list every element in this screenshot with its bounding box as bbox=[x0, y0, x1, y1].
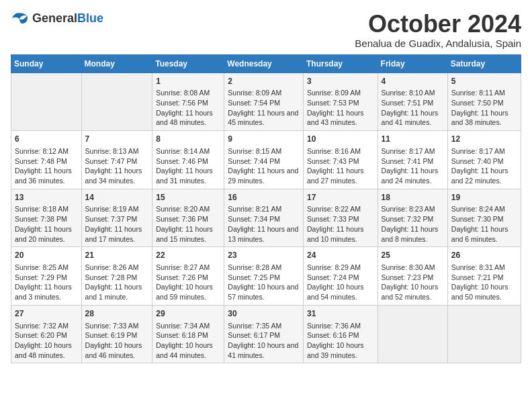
day-number: 16 bbox=[228, 192, 300, 203]
day-info: Sunrise: 8:24 AM Sunset: 7:30 PM Dayligh… bbox=[451, 204, 517, 244]
day-number: 23 bbox=[228, 250, 300, 261]
day-info: Sunrise: 8:22 AM Sunset: 7:33 PM Dayligh… bbox=[307, 204, 374, 244]
day-info: Sunrise: 8:25 AM Sunset: 7:29 PM Dayligh… bbox=[15, 263, 78, 302]
day-info: Sunrise: 8:09 AM Sunset: 7:54 PM Dayligh… bbox=[228, 88, 300, 128]
day-info: Sunrise: 8:19 AM Sunset: 7:37 PM Dayligh… bbox=[85, 204, 149, 244]
calendar-cell: 15Sunrise: 8:20 AM Sunset: 7:36 PM Dayli… bbox=[152, 189, 224, 247]
calendar-week-5: 27Sunrise: 7:32 AM Sunset: 6:20 PM Dayli… bbox=[11, 305, 521, 363]
day-number: 17 bbox=[307, 192, 374, 203]
calendar-cell: 19Sunrise: 8:24 AM Sunset: 7:30 PM Dayli… bbox=[447, 189, 521, 247]
calendar-cell: 1Sunrise: 8:08 AM Sunset: 7:56 PM Daylig… bbox=[152, 73, 224, 131]
day-number: 25 bbox=[382, 250, 444, 261]
calendar-cell bbox=[447, 305, 521, 363]
logo-general: General bbox=[32, 11, 77, 25]
day-info: Sunrise: 8:17 AM Sunset: 7:40 PM Dayligh… bbox=[451, 146, 517, 186]
day-info: Sunrise: 8:21 AM Sunset: 7:34 PM Dayligh… bbox=[228, 204, 300, 244]
calendar-table: SundayMondayTuesdayWednesdayThursdayFrid… bbox=[11, 54, 521, 364]
day-info: Sunrise: 7:34 AM Sunset: 6:18 PM Dayligh… bbox=[156, 321, 220, 361]
day-info: Sunrise: 8:13 AM Sunset: 7:47 PM Dayligh… bbox=[85, 146, 149, 186]
calendar-cell: 24Sunrise: 8:29 AM Sunset: 7:24 PM Dayli… bbox=[303, 247, 378, 306]
day-number: 18 bbox=[382, 192, 444, 203]
day-info: Sunrise: 8:10 AM Sunset: 7:51 PM Dayligh… bbox=[382, 88, 444, 128]
calendar-cell: 3Sunrise: 8:09 AM Sunset: 7:53 PM Daylig… bbox=[303, 73, 378, 131]
calendar-cell: 13Sunrise: 8:18 AM Sunset: 7:38 PM Dayli… bbox=[11, 189, 82, 247]
calendar-cell: 16Sunrise: 8:21 AM Sunset: 7:34 PM Dayli… bbox=[224, 189, 304, 247]
logo-bird-icon bbox=[11, 11, 30, 26]
calendar-cell: 31Sunrise: 7:36 AM Sunset: 6:16 PM Dayli… bbox=[303, 305, 378, 363]
calendar-cell: 27Sunrise: 7:32 AM Sunset: 6:20 PM Dayli… bbox=[11, 305, 82, 363]
day-info: Sunrise: 7:35 AM Sunset: 6:17 PM Dayligh… bbox=[228, 321, 300, 361]
day-number: 24 bbox=[307, 250, 374, 261]
logo-text: GeneralBlue bbox=[32, 11, 103, 26]
day-info: Sunrise: 8:11 AM Sunset: 7:50 PM Dayligh… bbox=[451, 88, 517, 128]
calendar-cell: 12Sunrise: 8:17 AM Sunset: 7:40 PM Dayli… bbox=[447, 131, 521, 189]
day-info: Sunrise: 8:09 AM Sunset: 7:53 PM Dayligh… bbox=[307, 88, 374, 128]
day-number: 20 bbox=[15, 250, 78, 261]
day-number: 13 bbox=[15, 192, 78, 203]
day-number: 4 bbox=[382, 76, 444, 87]
header-thursday: Thursday bbox=[303, 54, 378, 73]
header-friday: Friday bbox=[378, 54, 447, 73]
day-info: Sunrise: 8:28 AM Sunset: 7:25 PM Dayligh… bbox=[228, 263, 300, 302]
calendar-cell bbox=[81, 73, 152, 131]
day-number: 14 bbox=[85, 192, 149, 203]
day-number: 3 bbox=[307, 76, 374, 87]
calendar-cell: 26Sunrise: 8:31 AM Sunset: 7:21 PM Dayli… bbox=[447, 247, 521, 306]
day-info: Sunrise: 8:14 AM Sunset: 7:46 PM Dayligh… bbox=[156, 146, 220, 186]
title-block: October 2024 Benalua de Guadix, Andalusi… bbox=[355, 11, 521, 49]
day-number: 22 bbox=[156, 250, 220, 261]
calendar-cell bbox=[11, 73, 82, 131]
day-info: Sunrise: 8:31 AM Sunset: 7:21 PM Dayligh… bbox=[451, 263, 517, 302]
calendar-cell: 29Sunrise: 7:34 AM Sunset: 6:18 PM Dayli… bbox=[152, 305, 224, 363]
day-number: 31 bbox=[307, 308, 374, 320]
day-info: Sunrise: 8:18 AM Sunset: 7:38 PM Dayligh… bbox=[15, 204, 78, 244]
calendar-cell: 7Sunrise: 8:13 AM Sunset: 7:47 PM Daylig… bbox=[81, 131, 152, 189]
day-number: 28 bbox=[85, 308, 149, 320]
calendar-week-3: 13Sunrise: 8:18 AM Sunset: 7:38 PM Dayli… bbox=[11, 189, 521, 247]
day-number: 5 bbox=[451, 76, 517, 87]
logo-blue: Blue bbox=[77, 11, 103, 25]
calendar-cell: 17Sunrise: 8:22 AM Sunset: 7:33 PM Dayli… bbox=[303, 189, 378, 247]
day-info: Sunrise: 8:16 AM Sunset: 7:43 PM Dayligh… bbox=[307, 146, 374, 186]
calendar-cell: 6Sunrise: 8:12 AM Sunset: 7:48 PM Daylig… bbox=[11, 131, 82, 189]
day-info: Sunrise: 8:15 AM Sunset: 7:44 PM Dayligh… bbox=[228, 146, 300, 186]
day-number: 11 bbox=[382, 134, 444, 145]
day-info: Sunrise: 8:17 AM Sunset: 7:41 PM Dayligh… bbox=[382, 146, 444, 186]
day-info: Sunrise: 8:08 AM Sunset: 7:56 PM Dayligh… bbox=[156, 88, 220, 128]
day-number: 30 bbox=[228, 308, 300, 320]
calendar-header-row: SundayMondayTuesdayWednesdayThursdayFrid… bbox=[11, 54, 521, 73]
day-number: 19 bbox=[451, 192, 517, 203]
header-sunday: Sunday bbox=[11, 54, 82, 73]
logo: GeneralBlue bbox=[11, 11, 103, 26]
day-number: 1 bbox=[156, 76, 220, 87]
calendar-cell: 23Sunrise: 8:28 AM Sunset: 7:25 PM Dayli… bbox=[224, 247, 304, 306]
calendar-cell bbox=[378, 305, 447, 363]
header-saturday: Saturday bbox=[447, 54, 521, 73]
calendar-cell: 28Sunrise: 7:33 AM Sunset: 6:19 PM Dayli… bbox=[81, 305, 152, 363]
day-number: 9 bbox=[228, 134, 300, 145]
page-header: GeneralBlue October 2024 Benalua de Guad… bbox=[11, 11, 521, 49]
day-number: 7 bbox=[85, 134, 149, 145]
day-number: 8 bbox=[156, 134, 220, 145]
calendar-cell: 22Sunrise: 8:27 AM Sunset: 7:26 PM Dayli… bbox=[152, 247, 224, 306]
day-info: Sunrise: 8:26 AM Sunset: 7:28 PM Dayligh… bbox=[85, 263, 149, 302]
day-number: 10 bbox=[307, 134, 374, 145]
day-number: 12 bbox=[451, 134, 517, 145]
day-number: 6 bbox=[15, 134, 78, 145]
day-info: Sunrise: 8:30 AM Sunset: 7:23 PM Dayligh… bbox=[382, 263, 444, 302]
day-info: Sunrise: 7:33 AM Sunset: 6:19 PM Dayligh… bbox=[85, 321, 149, 361]
header-tuesday: Tuesday bbox=[152, 54, 224, 73]
day-number: 27 bbox=[15, 308, 78, 320]
day-info: Sunrise: 7:36 AM Sunset: 6:16 PM Dayligh… bbox=[307, 321, 374, 361]
day-number: 15 bbox=[156, 192, 220, 203]
calendar-cell: 20Sunrise: 8:25 AM Sunset: 7:29 PM Dayli… bbox=[11, 247, 82, 306]
header-monday: Monday bbox=[81, 54, 152, 73]
calendar-cell: 2Sunrise: 8:09 AM Sunset: 7:54 PM Daylig… bbox=[224, 73, 304, 131]
calendar-cell: 9Sunrise: 8:15 AM Sunset: 7:44 PM Daylig… bbox=[224, 131, 304, 189]
calendar-cell: 8Sunrise: 8:14 AM Sunset: 7:46 PM Daylig… bbox=[152, 131, 224, 189]
month-year-title: October 2024 bbox=[355, 11, 521, 38]
calendar-week-4: 20Sunrise: 8:25 AM Sunset: 7:29 PM Dayli… bbox=[11, 247, 521, 306]
calendar-cell: 18Sunrise: 8:23 AM Sunset: 7:32 PM Dayli… bbox=[378, 189, 447, 247]
day-number: 29 bbox=[156, 308, 220, 320]
day-number: 2 bbox=[228, 76, 300, 87]
